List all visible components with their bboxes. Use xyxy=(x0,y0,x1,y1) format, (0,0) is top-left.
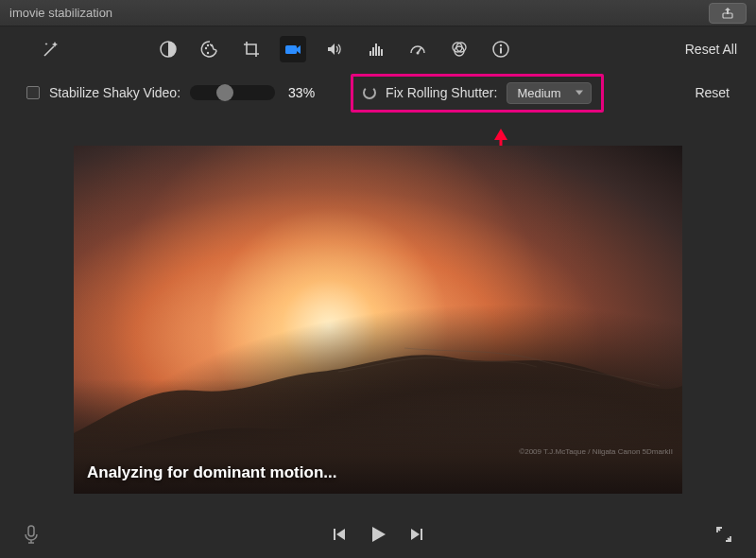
prev-button[interactable] xyxy=(332,527,347,542)
svg-rect-6 xyxy=(285,45,297,54)
reset-all-button[interactable]: Reset All xyxy=(685,42,737,57)
svg-point-2 xyxy=(205,47,207,49)
stabilization-button[interactable] xyxy=(280,36,306,62)
filters-icon xyxy=(450,40,469,59)
window-title: imovie stabilization xyxy=(9,6,112,20)
svg-rect-22 xyxy=(334,529,335,540)
color-correction-button[interactable] xyxy=(197,36,223,62)
stabilize-label: Stabilize Shaky Video: xyxy=(49,85,180,100)
mic-icon xyxy=(23,524,40,545)
rolling-shutter-highlight: Fix Rolling Shutter: Medium xyxy=(351,74,604,113)
svg-point-4 xyxy=(211,44,213,46)
levels-icon xyxy=(367,40,386,59)
svg-rect-9 xyxy=(375,44,377,56)
stabilize-percent: 33% xyxy=(288,85,315,100)
next-icon xyxy=(409,527,424,542)
speed-icon xyxy=(408,40,427,59)
fullscreen-icon xyxy=(714,525,733,544)
image-meta: ©2009 T.J.McTaque / Niigata Canon 5Dmark… xyxy=(519,447,673,456)
playback-bar xyxy=(0,511,756,558)
info-icon xyxy=(491,40,510,59)
rolling-shutter-value: Medium xyxy=(517,86,560,100)
titlebar: imovie stabilization xyxy=(0,0,756,26)
auto-enhance-button[interactable] xyxy=(38,36,64,62)
noise-reduction-button[interactable] xyxy=(363,36,389,62)
camera-icon xyxy=(284,40,302,59)
analysis-status: Analyzing for dominant motion... xyxy=(87,463,336,482)
svg-rect-21 xyxy=(28,526,34,536)
play-icon xyxy=(368,524,388,545)
svg-rect-11 xyxy=(381,49,383,56)
palette-icon xyxy=(200,40,219,59)
rolling-shutter-select[interactable]: Medium xyxy=(507,82,592,104)
crop-icon xyxy=(242,40,261,59)
stabilize-checkbox[interactable] xyxy=(26,86,40,99)
slider-knob[interactable] xyxy=(216,84,233,101)
video-viewer: ©2009 T.J.McTaque / Niigata Canon 5Dmark… xyxy=(74,146,682,494)
volume-button[interactable] xyxy=(321,36,348,62)
prev-icon xyxy=(332,527,347,542)
wand-icon xyxy=(41,39,61,60)
spinner-icon xyxy=(363,86,376,99)
svg-marker-24 xyxy=(372,527,386,542)
share-icon xyxy=(721,7,734,20)
crop-button[interactable] xyxy=(238,36,265,62)
svg-rect-18 xyxy=(500,48,502,54)
svg-marker-23 xyxy=(336,529,345,540)
svg-marker-20 xyxy=(494,129,507,140)
volume-icon xyxy=(325,40,344,59)
svg-point-5 xyxy=(207,52,209,54)
svg-rect-8 xyxy=(372,47,374,56)
contrast-icon xyxy=(159,40,178,59)
svg-point-3 xyxy=(207,44,209,46)
next-button[interactable] xyxy=(409,527,424,542)
svg-rect-26 xyxy=(421,529,422,540)
svg-rect-7 xyxy=(369,51,371,56)
stabilization-controls: Stabilize Shaky Video: 33% Fix Rolling S… xyxy=(0,72,756,113)
color-balance-button[interactable] xyxy=(155,36,181,62)
stabilize-slider[interactable] xyxy=(190,85,275,100)
reset-button[interactable]: Reset xyxy=(695,85,730,100)
svg-marker-25 xyxy=(411,529,420,540)
speed-button[interactable] xyxy=(404,36,431,62)
fullscreen-button[interactable] xyxy=(714,525,733,544)
info-button[interactable] xyxy=(488,36,514,62)
filters-button[interactable] xyxy=(446,36,472,62)
voiceover-button[interactable] xyxy=(23,524,40,545)
play-button[interactable] xyxy=(368,524,388,545)
svg-rect-10 xyxy=(378,46,380,56)
share-button[interactable] xyxy=(709,3,747,24)
rolling-shutter-label: Fix Rolling Shutter: xyxy=(386,85,497,100)
inspector-toolbar: Reset All xyxy=(0,26,756,72)
svg-point-17 xyxy=(500,44,502,46)
